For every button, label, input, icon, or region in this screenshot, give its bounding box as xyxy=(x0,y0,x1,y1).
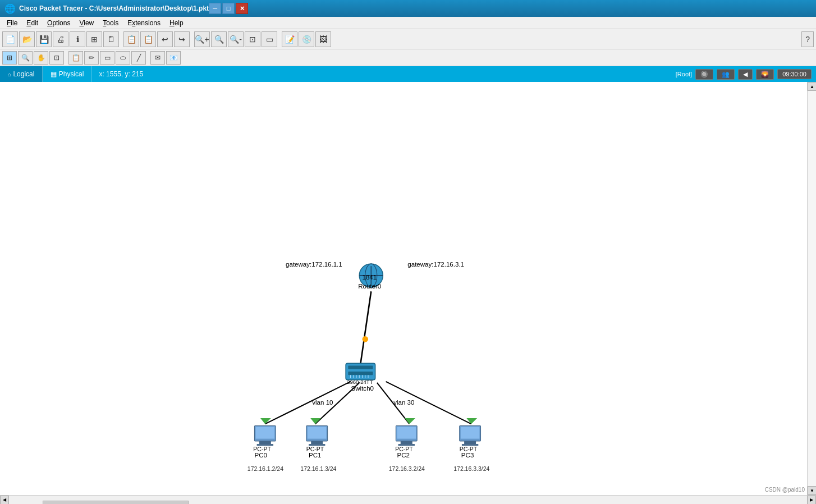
hscroll-thumb[interactable] xyxy=(43,501,189,505)
minimize-button[interactable]: ─ xyxy=(209,3,221,14)
zoom-reset-button[interactable]: 🔍 xyxy=(211,31,227,47)
line-tool[interactable]: ╱ xyxy=(131,51,146,65)
svg-rect-38 xyxy=(464,441,476,444)
menu-file[interactable]: File xyxy=(2,18,22,28)
pc0-ip-label: 172.16.1.2/24 xyxy=(247,466,283,472)
svg-rect-15 xyxy=(348,366,373,369)
pc3-type-label: PC-PT xyxy=(460,446,478,452)
tab-logical[interactable]: ⌂ Logical xyxy=(0,66,43,82)
help-button[interactable]: ? xyxy=(801,31,814,47)
pc1-type-label: PC-PT xyxy=(306,446,324,452)
menu-edit[interactable]: Edit xyxy=(22,18,43,28)
pc3-name-label: PC3 xyxy=(461,452,474,459)
zoom-out-button[interactable]: 🔍- xyxy=(228,31,244,47)
network-diagram: gateway:172.16.1.1 gateway:172.16.3.1 18… xyxy=(0,82,807,495)
toolbar-btn-b[interactable]: 📝 xyxy=(282,31,297,47)
copy-button[interactable]: ⊞ xyxy=(86,31,102,47)
draw-tool[interactable]: ✏ xyxy=(84,51,99,65)
watermark: CSDN @paid10 xyxy=(765,487,805,493)
email-tool[interactable]: ✉ xyxy=(150,51,165,65)
view-tabbar: ⌂ Logical ▦ Physical x: 1555, y: 215 [Ro… xyxy=(0,66,816,82)
pc1-name-label: PC1 xyxy=(309,452,321,459)
root-label: [Root] xyxy=(676,71,692,77)
search-tool[interactable]: 🔍 xyxy=(18,51,33,65)
undo-button[interactable]: ↩ xyxy=(157,31,173,47)
toolbar-btn-c[interactable]: 💿 xyxy=(299,31,314,47)
new-file-button[interactable]: 📄 xyxy=(2,31,18,47)
zoom-area-tool[interactable]: ⊡ xyxy=(49,51,64,65)
tab-btn-1[interactable]: 🔘 xyxy=(695,69,713,80)
menu-extensions[interactable]: Extensions xyxy=(123,18,165,28)
svg-rect-26 xyxy=(259,441,271,444)
horizontal-scrollbar[interactable]: ◀ ▶ xyxy=(0,495,816,504)
scroll-down-button[interactable]: ▼ xyxy=(808,486,816,495)
switch-name-label: Switch0 xyxy=(351,385,374,392)
scroll-left-button[interactable]: ◀ xyxy=(0,496,9,505)
tab-physical[interactable]: ▦ Physical xyxy=(43,66,92,82)
svg-marker-3 xyxy=(260,418,271,424)
svg-rect-16 xyxy=(348,372,373,375)
pc0-name-label: PC0 xyxy=(254,452,267,459)
coordinates-display: x: 1555, y: 215 xyxy=(92,66,150,82)
svg-marker-7 xyxy=(405,418,415,424)
switch-model-label: 2960-24TT xyxy=(347,379,373,385)
maximize-button[interactable]: □ xyxy=(222,3,235,14)
toolbar-btn-7[interactable]: 🗒 xyxy=(103,31,119,47)
tab-right-controls: [Root] 🔘 👥 ◀ 🌄 09:30:00 xyxy=(676,66,816,82)
fit-button[interactable]: ⊡ xyxy=(245,31,260,47)
svg-marker-5 xyxy=(310,418,321,424)
vlan-right-label: vlan 30 xyxy=(393,399,414,406)
tab-btn-3[interactable]: ◀ xyxy=(738,69,753,80)
time-display: 09:30:00 xyxy=(777,69,812,79)
svg-marker-9 xyxy=(466,418,477,424)
title-icon: 🌐 xyxy=(4,3,16,14)
select-tool[interactable]: ⊞ xyxy=(2,51,17,65)
svg-rect-25 xyxy=(256,427,275,439)
open-file-button[interactable]: 📂 xyxy=(19,31,35,47)
svg-rect-29 xyxy=(308,427,327,439)
rect-tool[interactable]: ▭ xyxy=(100,51,114,65)
menu-view[interactable]: View xyxy=(75,18,98,28)
toolbar-btn-9[interactable]: 📋 xyxy=(140,31,156,47)
title-bar: 🌐 Cisco Packet Tracer - C:\Users\Adminis… xyxy=(0,0,816,17)
svg-rect-34 xyxy=(401,441,412,444)
pc2-type-label: PC-PT xyxy=(395,446,413,452)
tab-btn-4[interactable]: 🌄 xyxy=(756,69,774,80)
gateway-left-label: gateway:172.16.1.1 xyxy=(286,261,342,268)
svg-rect-33 xyxy=(397,427,416,439)
menu-tools[interactable]: Tools xyxy=(98,18,123,28)
close-button[interactable]: ✕ xyxy=(236,3,248,14)
pc2-name-label: PC2 xyxy=(397,452,409,459)
gateway-right-label: gateway:172.16.3.1 xyxy=(407,261,464,268)
redo-button[interactable]: ↪ xyxy=(174,31,190,47)
toolbar-btn-a[interactable]: ▭ xyxy=(262,31,277,47)
pc1-ip-label: 172.16.1.3/24 xyxy=(300,466,336,472)
print-button[interactable]: 🖨 xyxy=(53,31,68,47)
scroll-right-button[interactable]: ▶ xyxy=(807,496,816,505)
logical-icon: ⌂ xyxy=(8,71,11,77)
scroll-up-button[interactable]: ▲ xyxy=(808,82,816,91)
menu-help[interactable]: Help xyxy=(165,18,188,28)
svg-point-1 xyxy=(363,336,368,342)
ellipse-tool[interactable]: ⬭ xyxy=(116,51,130,65)
tab-btn-2[interactable]: 👥 xyxy=(717,69,735,80)
vlan-left-label: vlan 10 xyxy=(312,399,333,406)
pdu-tool[interactable]: 📧 xyxy=(166,51,181,65)
info-button[interactable]: ℹ xyxy=(70,31,85,47)
svg-line-0 xyxy=(360,291,371,364)
pan-tool[interactable]: ✋ xyxy=(34,51,48,65)
pc0-type-label: PC-PT xyxy=(253,446,271,452)
note-tool[interactable]: 📋 xyxy=(68,51,83,65)
toolbar-btn-d[interactable]: 🖼 xyxy=(315,31,331,47)
vertical-scrollbar[interactable]: ▲ ▼ xyxy=(807,82,816,495)
router-model-label: 1841 xyxy=(363,274,377,281)
toolbar-secondary: ⊞ 🔍 ✋ ⊡ 📋 ✏ ▭ ⬭ ╱ ✉ 📧 xyxy=(0,49,816,66)
network-canvas[interactable]: gateway:172.16.1.1 gateway:172.16.3.1 18… xyxy=(0,82,807,495)
save-file-button[interactable]: 💾 xyxy=(36,31,52,47)
toolbar-btn-8[interactable]: 📋 xyxy=(123,31,139,47)
menu-options[interactable]: Options xyxy=(43,18,75,28)
menu-bar: File Edit Options View Tools Extensions … xyxy=(0,17,816,29)
toolbar-main: 📄 📂 💾 🖨 ℹ ⊞ 🗒 📋 📋 ↩ ↪ 🔍+ 🔍 🔍- ⊡ ▭ 📝 💿 🖼 … xyxy=(0,29,816,49)
zoom-in-button[interactable]: 🔍+ xyxy=(194,31,210,47)
scroll-track[interactable] xyxy=(808,91,816,486)
